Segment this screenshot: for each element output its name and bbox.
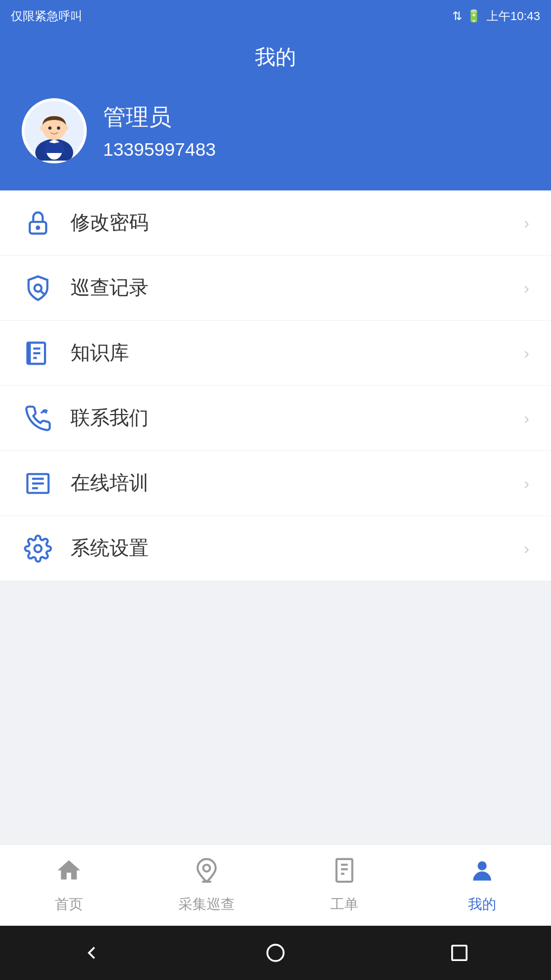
nav-item-mine[interactable]: 我的 [413,845,551,926]
profile-name: 管理员 [103,102,216,132]
profile-info: 管理员 13395997483 [103,102,216,160]
menu-item-knowledge-base[interactable]: 知识库 › [0,321,551,386]
patrol-icon [193,857,220,890]
menu-item-patrol-records[interactable]: 巡查记录 › [0,256,551,321]
profile-section: 管理员 13395997483 [0,87,551,190]
knowledge-base-label: 知识库 [71,340,524,366]
svg-point-29 [478,861,487,870]
time-display: 上午10:43 [486,8,540,24]
nav-item-home[interactable]: 首页 [0,845,138,926]
svg-point-5 [48,126,52,130]
patrol-records-label: 巡查记录 [71,275,524,301]
lock-icon [22,207,54,239]
arrow-icon-5: › [524,539,529,558]
phone-icon [22,402,54,435]
training-icon [22,467,54,500]
workorder-icon [331,857,358,890]
nav-item-patrol[interactable]: 采集巡查 [138,845,276,926]
svg-point-22 [35,545,42,552]
menu-list: 修改密码 › 巡查记录 › 知识库 › [0,190,551,581]
svg-point-11 [35,284,42,291]
svg-point-7 [40,125,44,131]
mine-icon [469,857,496,890]
home-nav-label: 首页 [55,895,83,914]
online-training-label: 在线培训 [71,470,524,497]
nav-item-workorder[interactable]: 工单 [276,845,413,926]
page-title: 我的 [0,43,551,87]
arrow-icon-3: › [524,409,529,428]
svg-rect-31 [452,946,466,960]
arrow-icon-1: › [524,279,529,297]
arrow-icon-0: › [524,214,529,232]
patrol-nav-label: 采集巡查 [178,895,235,914]
svg-point-10 [37,226,39,228]
svg-point-30 [267,945,284,961]
system-navigation [0,926,551,980]
home-button[interactable] [259,937,292,969]
status-text: 仅限紧急呼叫 [11,8,82,24]
recent-button[interactable] [443,937,476,969]
home-icon [55,857,82,890]
menu-item-system-settings[interactable]: 系统设置 › [0,516,551,581]
contact-us-label: 联系我们 [71,405,524,431]
page-header: 我的 [0,33,551,190]
system-settings-label: 系统设置 [71,535,524,562]
book-icon [22,337,54,370]
shield-search-icon [22,272,54,304]
battery-icon: 🔋 [466,9,481,23]
menu-item-change-password[interactable]: 修改密码 › [0,190,551,256]
svg-rect-17 [28,342,30,364]
svg-line-12 [41,291,43,294]
arrow-icon-4: › [524,474,529,493]
bottom-navigation: 首页 采集巡查 工单 我的 [0,844,551,926]
avatar-svg [24,101,84,161]
profile-phone: 13395997483 [103,139,216,160]
avatar [22,98,87,163]
gray-spacer [0,581,551,782]
status-bar: 仅限紧急呼叫 ⇅ 🔋 上午10:43 [0,0,551,33]
signal-icon: ⇅ [452,9,462,23]
status-icons: ⇅ 🔋 [452,9,481,23]
svg-point-6 [57,126,60,130]
workorder-nav-label: 工单 [330,895,358,914]
change-password-label: 修改密码 [71,209,524,236]
mine-nav-label: 我的 [468,895,496,914]
menu-item-online-training[interactable]: 在线培训 › [0,451,551,516]
svg-rect-25 [336,859,352,882]
arrow-icon-2: › [524,344,529,362]
status-right: ⇅ 🔋 上午10:43 [452,8,540,24]
svg-point-23 [203,865,210,872]
settings-icon [22,532,54,565]
menu-item-contact-us[interactable]: 联系我们 › [0,386,551,451]
svg-point-8 [64,125,68,131]
back-button[interactable] [75,937,108,969]
